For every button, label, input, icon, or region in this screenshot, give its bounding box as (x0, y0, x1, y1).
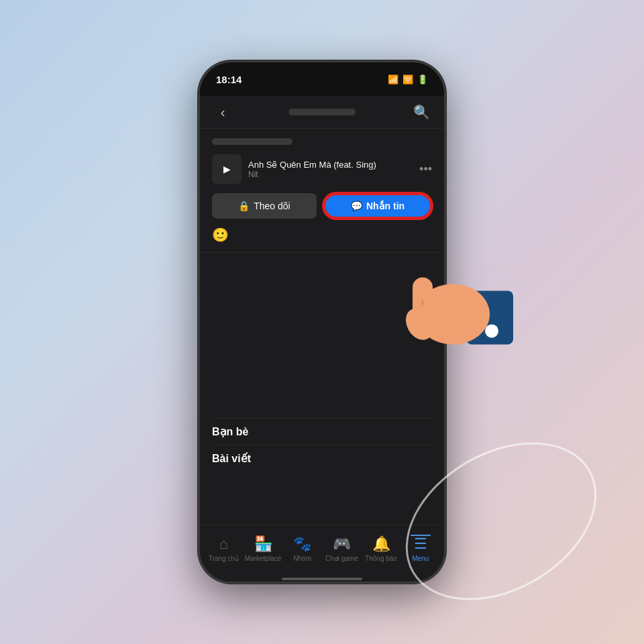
header-title-area (233, 109, 411, 115)
music-artist: Nit (248, 170, 413, 179)
status-icons: 📶 🛜 🔋 (388, 74, 428, 85)
nhom-icon: 🐾 (293, 535, 311, 553)
marketplace-icon: 🏪 (254, 535, 272, 553)
theo-doi-button[interactable]: 🔒 Theo dõi (212, 193, 317, 219)
divider-2 (212, 445, 432, 445)
profile-section: Anh Sẽ Quên Em Mà (feat. Sing) Nit ••• 🔒… (200, 129, 444, 253)
nav-trang-chu[interactable]: ⌂ Trang chủ (204, 535, 244, 562)
nhan-tin-label: Nhắn tin (366, 201, 405, 211)
svg-rect-5 (472, 299, 486, 324)
nhom-label: Nhóm (293, 555, 311, 562)
music-thumbnail (212, 154, 241, 184)
music-info: Anh Sẽ Quên Em Mà (feat. Sing) Nit (248, 160, 413, 179)
nav-thong-bao[interactable]: 🔔 Thông báo (362, 535, 401, 562)
trang-chu-label: Trang chủ (209, 555, 239, 562)
svg-rect-3 (436, 287, 453, 324)
nav-menu[interactable]: ☰ Menu (400, 535, 440, 562)
theo-doi-label: Theo dõi (254, 201, 290, 211)
lock-icon: 🔒 (238, 201, 250, 211)
emoji-row: 🙂 (212, 227, 432, 243)
home-icon: ⌂ (219, 535, 228, 553)
app-header: ‹ 🔍 (200, 96, 444, 129)
music-row: Anh Sẽ Quên Em Mà (feat. Sing) Nit ••• (212, 154, 432, 184)
thong-bao-label: Thông báo (365, 555, 397, 562)
nav-nhom[interactable]: 🐾 Nhóm (282, 535, 322, 562)
notch (278, 62, 366, 83)
bottom-nav: ⌂ Trang chủ 🏪 Marketplace 🐾 Nhóm 🎮 Chơi … (200, 525, 444, 578)
nav-choi-game[interactable]: 🎮 Chơi game (322, 535, 362, 562)
bai-viet-title: Bài viết (212, 452, 432, 465)
back-button[interactable]: ‹ (212, 105, 233, 120)
bell-icon: 🔔 (372, 535, 390, 553)
menu-label: Menu (412, 555, 429, 562)
nhan-tin-button[interactable]: 💬 Nhắn tin (323, 193, 432, 219)
action-buttons: 🔒 Theo dõi 💬 Nhắn tin (212, 193, 432, 219)
svg-rect-4 (455, 294, 471, 324)
music-title: Anh Sẽ Quên Em Mà (feat. Sing) (248, 160, 413, 170)
signal-icon: 📶 (388, 74, 398, 85)
hand-pointer (392, 250, 513, 360)
game-icon: 🎮 (333, 535, 351, 553)
header-title-bar (288, 109, 356, 115)
choi-game-label: Chơi game (325, 555, 358, 562)
wifi-icon: 🛜 (402, 74, 413, 85)
home-indicator (200, 578, 444, 582)
status-bar: 18:14 📶 🛜 🔋 (200, 62, 444, 96)
svg-point-8 (485, 324, 498, 337)
messenger-icon: 💬 (351, 201, 362, 211)
status-time: 18:14 (216, 74, 241, 85)
music-more-button[interactable]: ••• (419, 162, 432, 176)
nav-marketplace[interactable]: 🏪 Marketplace (244, 535, 283, 562)
battery-icon: 🔋 (417, 74, 428, 85)
divider-1 (212, 418, 432, 419)
menu-icon: ☰ (414, 535, 427, 553)
profile-name-placeholder (212, 138, 292, 145)
home-bar (282, 578, 362, 580)
ban-be-title: Bạn bè (212, 425, 432, 438)
search-button[interactable]: 🔍 (411, 104, 432, 120)
marketplace-label: Marketplace (245, 555, 281, 562)
